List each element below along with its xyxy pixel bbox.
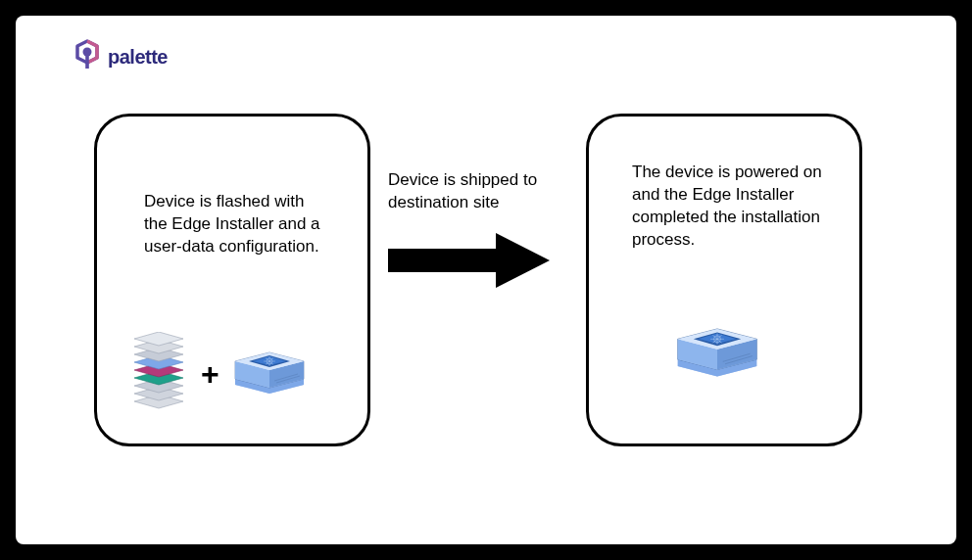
edge-device-icon: [231, 347, 308, 401]
arrow-icon: [388, 231, 555, 294]
svg-marker-10: [134, 332, 183, 346]
software-stack-icon: [128, 332, 189, 416]
edge-device-icon: [673, 367, 761, 384]
palette-logo: palette: [73, 39, 168, 74]
stage-box-flash: Device is flashed with the Edge Installe…: [94, 114, 370, 446]
diagram-canvas: palette Device is flashed with the Edge …: [16, 16, 956, 544]
plus-symbol: +: [201, 356, 219, 393]
palette-logo-icon: [73, 39, 102, 74]
svg-rect-1: [85, 54, 89, 69]
svg-rect-28: [388, 249, 501, 272]
stage-poweron-graphics: [673, 322, 761, 385]
stage-poweron-text: The device is powered on and the Edge In…: [616, 162, 832, 252]
stage-box-poweron: The device is powered on and the Edge In…: [586, 114, 862, 446]
palette-logo-text: palette: [108, 46, 168, 69]
stage-flash-graphics: +: [128, 332, 308, 416]
arrow-label: Device is shipped to destination site: [388, 169, 574, 214]
svg-marker-29: [496, 233, 550, 288]
stage-flash-text: Device is flashed with the Edge Installe…: [124, 191, 340, 258]
